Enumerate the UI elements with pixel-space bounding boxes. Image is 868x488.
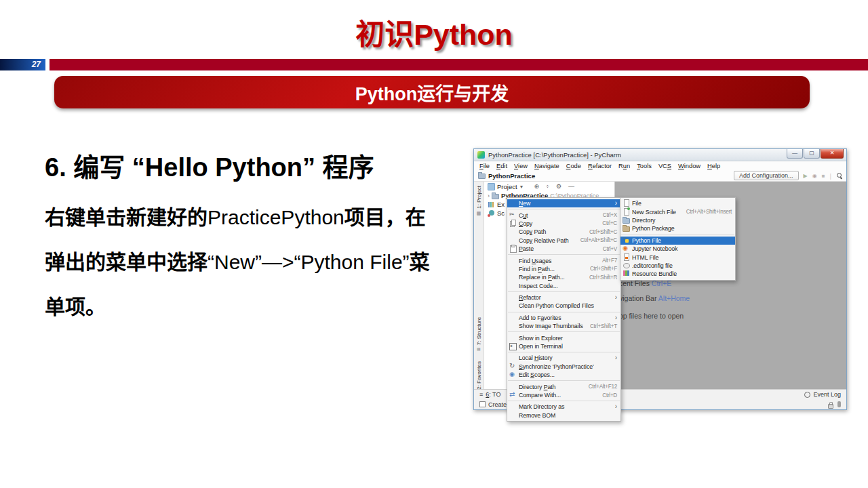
menu-separator — [508, 380, 620, 381]
menu-item-label: Add to Favorites — [519, 314, 561, 321]
stop-icon[interactable]: ■ — [822, 173, 825, 179]
debug-icon[interactable]: ◉ — [812, 173, 817, 179]
maximize-button[interactable]: ▢ — [804, 149, 820, 159]
menu-item-label: Open in Terminal — [519, 343, 563, 350]
menu-item-show-in-explorer[interactable]: Show in Explorer — [507, 333, 620, 342]
menubar-item-tools[interactable]: Tools — [633, 163, 655, 169]
menubar-item-help[interactable]: Help — [704, 163, 724, 169]
hint-text: cent Files — [619, 279, 652, 287]
menu-item-show-image-thumbnails[interactable]: Show Image ThumbnailsCtrl+Shift+T — [507, 322, 620, 330]
menu-item-shortcut: Ctrl+X — [599, 212, 617, 218]
chevron-right-icon[interactable]: › — [488, 192, 490, 199]
menu-item-add-to-favorites[interactable]: Add to Favorites› — [507, 314, 620, 322]
menu-item-refactor[interactable]: Refactor› — [507, 293, 620, 302]
memory-indicator-icon[interactable] — [837, 401, 841, 407]
add-configuration-button[interactable]: Add Configuration... — [734, 171, 799, 180]
menu-item-find-in-path[interactable]: Find in Path...Ctrl+Shift+F — [507, 265, 620, 273]
window-controls: — ▢ ✕ — [786, 149, 844, 159]
menu-item-paste[interactable]: PasteCtrl+V — [507, 245, 620, 253]
blank-icon — [509, 323, 517, 329]
paragraph-segment: 单项。 — [45, 296, 106, 318]
menu-item-file[interactable]: File — [620, 199, 735, 207]
menubar-item-file[interactable]: File — [476, 163, 493, 169]
scopes-icon — [509, 371, 517, 378]
menu-item-compare-with[interactable]: Compare With...Ctrl+D — [507, 391, 620, 399]
folder-icon — [492, 192, 499, 199]
compare-icon — [509, 392, 517, 399]
hint-shortcut: Alt+Home — [658, 294, 690, 302]
menu-item-inspect-code[interactable]: Inspect Code... — [507, 282, 620, 290]
menubar-item-navigate[interactable]: Navigate — [531, 163, 563, 169]
left-toolwindow-stripe: ▦ 1: Project ≣ 7: Structure ★ 2: Favorit… — [474, 182, 484, 389]
menu-item-copy-path[interactable]: Copy PathCtrl+Shift+C — [507, 228, 620, 236]
chevron-down-icon[interactable]: ▼ — [519, 184, 524, 189]
menu-item-resource-bundle[interactable]: Resource Bundle — [620, 270, 735, 278]
menubar-item-view[interactable]: View — [511, 163, 531, 169]
menu-item-replace-in-path[interactable]: Replace in Path...Ctrl+Shift+R — [507, 273, 620, 281]
search-icon[interactable] — [836, 172, 843, 180]
step-heading: 6. 编写 “Hello Python” 程序 — [45, 152, 482, 184]
menubar-item-window[interactable]: Window — [675, 163, 704, 169]
menu-item-synchronize-pythonpractice[interactable]: Synchronize 'PythonPractice' — [507, 363, 620, 371]
menubar-item-run[interactable]: Run — [615, 163, 633, 169]
menu-item-remove-bom[interactable]: Remove BOM — [507, 411, 620, 420]
blank-icon — [509, 314, 517, 321]
toolwindow-tab-todo[interactable]: 6: TO — [486, 391, 500, 398]
hint-text: op files here to open — [619, 312, 684, 320]
menu-item-new-scratch-file[interactable]: New Scratch FileCtrl+Alt+Shift+Insert — [620, 207, 735, 216]
menu-separator — [508, 401, 620, 401]
tree-row-label: Sc — [497, 209, 505, 217]
scratches-icon — [488, 210, 495, 217]
blank-icon — [509, 237, 517, 244]
terminal-icon — [509, 343, 517, 350]
menu-item-label: Show in Explorer — [519, 335, 563, 342]
window-titlebar[interactable]: PythonPractice [C:\PythonPractice] - PyC… — [474, 149, 846, 161]
menu-item-edit-scopes[interactable]: Edit Scopes... — [507, 371, 620, 379]
menu-item-find-usages[interactable]: Find UsagesAlt+F7 — [507, 256, 620, 264]
collapse-all-icon[interactable]: ÷ — [546, 183, 549, 190]
menu-item-directory[interactable]: Directory — [620, 216, 735, 224]
menu-item-copy[interactable]: CopyCtrl+C — [507, 220, 620, 228]
hide-panel-icon[interactable]: — — [568, 183, 574, 190]
menu-item-python-file[interactable]: Python File — [620, 237, 735, 245]
menubar-item-edit[interactable]: Edit — [493, 163, 511, 169]
menu-item-editorconfig-file[interactable]: .editorconfig file — [620, 262, 735, 270]
run-icon[interactable]: ▶ — [804, 173, 808, 179]
menu-item-python-package[interactable]: Python Package — [620, 224, 735, 232]
menu-item-label: Find in Path... — [519, 266, 555, 272]
toolwindow-tab-structure[interactable]: ≣ 7: Structure — [474, 317, 484, 351]
menu-item-new[interactable]: New› — [507, 199, 620, 207]
menu-item-directory-path[interactable]: Directory PathCtrl+Alt+F12 — [507, 382, 620, 390]
submenu-arrow-icon: › — [615, 200, 617, 207]
menu-item-jupyter-notebook[interactable]: Jupyter Notebook — [620, 245, 735, 253]
menu-item-shortcut: Ctrl+Alt+F12 — [585, 384, 617, 390]
menu-item-label: Cut — [519, 212, 528, 219]
status-toggle-icon[interactable] — [479, 401, 486, 407]
menu-separator — [621, 235, 734, 235]
menubar-item-refactor[interactable]: Refactor — [585, 163, 615, 169]
project-panel-header: Project ▼ ⊕ ÷ ⚙ — — [484, 182, 614, 191]
close-button[interactable]: ✕ — [821, 149, 844, 159]
lock-icon[interactable] — [827, 401, 833, 408]
gear-icon[interactable]: ⚙ — [556, 183, 561, 190]
locate-icon[interactable]: ⊕ — [534, 183, 540, 190]
menubar-item-code[interactable]: Code — [563, 163, 585, 169]
toolwindow-tab-project[interactable]: ▦ 1: Project — [474, 186, 484, 216]
minimize-button[interactable]: — — [787, 149, 803, 159]
event-log-button[interactable]: Event Log — [804, 391, 841, 398]
menu-item-html-file[interactable]: HTML File — [620, 253, 735, 261]
menubar-item-vcs[interactable]: VCS — [655, 163, 675, 169]
menu-item-label: File — [632, 200, 642, 207]
menu-separator — [508, 352, 620, 352]
menu-item-label: Python Package — [632, 225, 675, 232]
menu-item-copy-relative-path[interactable]: Copy Relative PathCtrl+Alt+Shift+C — [507, 237, 620, 245]
submenu-arrow-icon: › — [615, 354, 617, 361]
menu-item-open-in-terminal[interactable]: Open in Terminal — [507, 342, 620, 350]
menu-item-cut[interactable]: CutCtrl+X — [507, 211, 620, 219]
breadcrumb[interactable]: PythonPractice — [488, 172, 535, 180]
blank-icon — [509, 302, 517, 309]
menu-item-mark-directory-as[interactable]: Mark Directory as› — [507, 403, 620, 411]
navigation-bar: PythonPractice Add Configuration... ▶ ◉ … — [474, 170, 846, 182]
menu-item-clean-python-compiled-files[interactable]: Clean Python Compiled Files — [507, 302, 620, 310]
menu-item-local-history[interactable]: Local History› — [507, 354, 620, 362]
